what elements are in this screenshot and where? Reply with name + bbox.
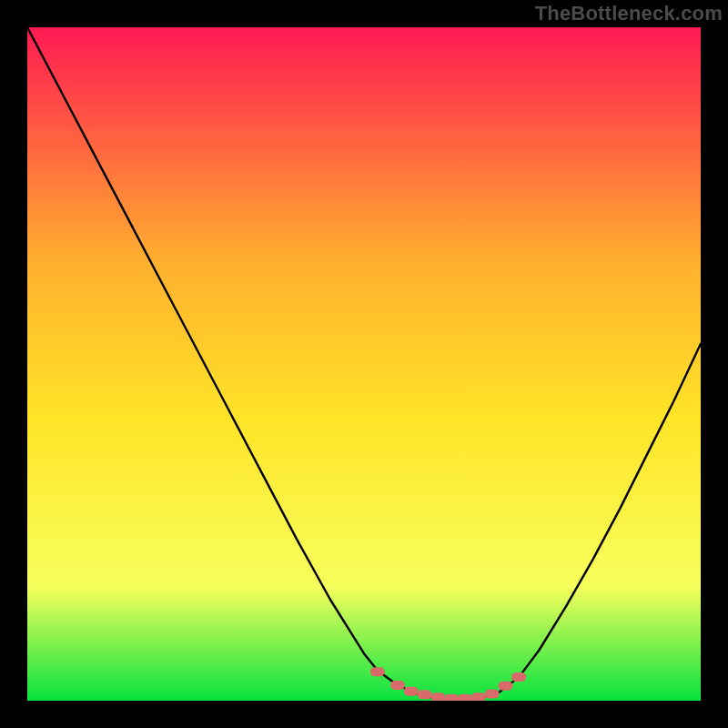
plot-area: [27, 27, 701, 701]
marker-dot: [485, 690, 500, 699]
marker-dot: [370, 667, 385, 676]
marker-dot: [511, 672, 526, 682]
marker-dot: [404, 687, 419, 696]
marker-dot: [430, 693, 445, 701]
marker-dot: [444, 694, 459, 701]
marker-dot: [418, 690, 432, 699]
gradient-bg: [27, 27, 701, 701]
chart-svg: [27, 27, 701, 701]
marker-dot: [498, 682, 512, 691]
marker-dot: [458, 694, 472, 701]
marker-dot: [471, 693, 486, 701]
marker-dot: [390, 681, 405, 690]
watermark-label: TheBottleneck.com: [535, 2, 723, 25]
chart-frame: TheBottleneck.com: [0, 0, 728, 728]
